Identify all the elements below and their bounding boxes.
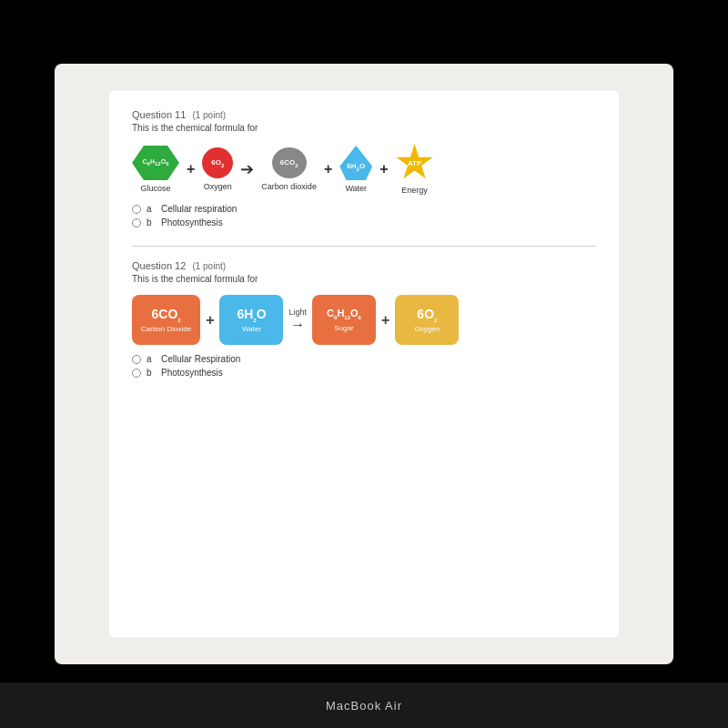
q11-arrow: ➔	[240, 159, 254, 179]
q11-plus2: +	[324, 161, 332, 177]
q12-water-formula: 6H2O	[237, 307, 266, 324]
q11-option-b[interactable]: b Photosynthesis	[132, 217, 596, 228]
q12-option-b-text: Photosynthesis	[161, 368, 223, 378]
q12-radio-a[interactable]	[132, 355, 141, 364]
q11-options: a Cellular respiration b Photosynthesis	[132, 204, 596, 228]
q12-co2-box: 6CO2 Carbon Dioxide	[132, 295, 200, 345]
q11-subtitle: This is the chemical formula for	[132, 123, 596, 133]
q11-energy-item: ATP Energy	[396, 144, 434, 195]
q12-light-arrow: Light →	[288, 308, 307, 333]
q11-co2-item: 6CO2 Carbon dioxide	[261, 147, 317, 191]
glucose-shape: C6H12O6	[132, 146, 179, 180]
q12-sugar-box: C6H12O6 Sugar	[312, 295, 376, 345]
q11-letter-a: a	[147, 204, 156, 214]
q12-formula-row: 6CO2 Carbon Dioxide + 6H2O Water Light →	[132, 295, 596, 345]
q11-water-item: 6H2O Water	[339, 146, 372, 193]
q11-title-text: Question 11	[132, 109, 186, 120]
q11-option-a[interactable]: a Cellular respiration	[132, 204, 596, 214]
q11-radio-a[interactable]	[132, 205, 141, 214]
q11-radio-b[interactable]	[132, 218, 141, 228]
q12-options: a Cellular Respiration b Photosynthesis	[132, 354, 596, 378]
question-11: Question 11 (1 point) This is the chemic…	[132, 109, 596, 228]
q12-subtitle: This is the chemical formula for	[132, 274, 596, 284]
q12-letter-a: a	[147, 354, 156, 364]
q12-option-a[interactable]: a Cellular Respiration	[132, 354, 596, 364]
co2-shape: 6CO2	[272, 147, 307, 178]
divider	[132, 246, 596, 247]
q12-light-text: Light	[288, 308, 307, 317]
q11-plus1: +	[187, 161, 195, 177]
q12-plus2: +	[381, 312, 389, 329]
q12-oxygen-formula: 6O2	[417, 307, 437, 324]
q12-points: (1 point)	[192, 261, 226, 271]
q12-title: Question 12 (1 point)	[132, 260, 596, 271]
water-shape: 6H2O	[339, 146, 372, 180]
q11-plus3: +	[379, 161, 388, 177]
q12-water-box: 6H2O Water	[219, 295, 283, 345]
energy-label: Energy	[401, 186, 428, 195]
q12-oxygen-label: Oxygen	[415, 325, 440, 333]
q11-option-a-text: Cellular respiration	[161, 204, 237, 214]
macbook-bar: MacBook Air	[0, 682, 728, 728]
oxygen-label: Oxygen	[204, 182, 232, 191]
q11-oxygen-item: 6O2 Oxygen	[202, 147, 233, 191]
water-label: Water	[345, 184, 367, 193]
q12-co2-label: Carbon Dioxide	[141, 325, 191, 333]
question-12: Question 12 (1 point) This is the chemic…	[132, 260, 596, 378]
q12-sugar-label: Sugar	[334, 324, 353, 332]
q12-title-text: Question 12	[132, 260, 186, 271]
q12-option-b[interactable]: b Photosynthesis	[132, 368, 596, 378]
q12-letter-b: b	[147, 368, 156, 378]
q12-option-a-text: Cellular Respiration	[161, 354, 240, 364]
q12-radio-b[interactable]	[132, 369, 141, 378]
q11-option-b-text: Photosynthesis	[161, 217, 223, 228]
glucose-label: Glucose	[140, 184, 170, 193]
macbook-label: MacBook Air	[326, 699, 402, 713]
q11-points: (1 point)	[192, 110, 226, 120]
q11-glucose-item: C6H12O6 Glucose	[132, 146, 179, 193]
q12-oxygen-box: 6O2 Oxygen	[395, 295, 459, 345]
q12-sugar-formula: C6H12O6	[327, 308, 361, 321]
oxygen-shape: 6O2	[202, 147, 233, 178]
q12-arrow-line: →	[290, 317, 305, 333]
q12-plus1: +	[206, 312, 214, 329]
q12-arrow-symbol: →	[290, 317, 305, 333]
co2-label: Carbon dioxide	[261, 182, 317, 191]
q12-water-label: Water	[242, 325, 261, 333]
energy-shape: ATP	[396, 144, 434, 182]
q12-co2-formula: 6CO2	[152, 307, 181, 324]
q11-title: Question 11 (1 point)	[132, 109, 596, 120]
q11-formula-row: C6H12O6 Glucose + 6O2 Oxygen ➔ 6CO2	[132, 144, 596, 195]
q11-letter-b: b	[147, 217, 156, 228]
